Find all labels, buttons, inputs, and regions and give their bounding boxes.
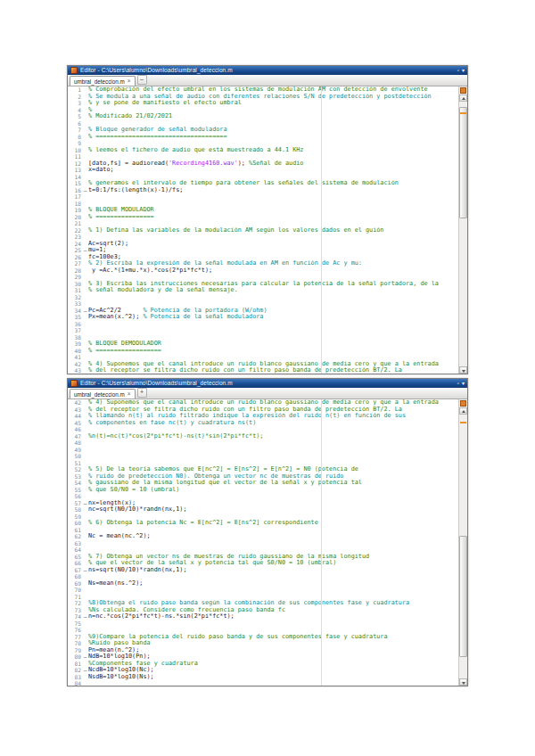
- title-bar[interactable]: Editor - C:\Users\alumno\Downloads\umbra…: [68, 66, 467, 75]
- code-line[interactable]: 65% 7) Obtenga un vector ns de muestras …: [68, 554, 458, 561]
- breakpoint-alley[interactable]: [82, 540, 88, 547]
- code-line[interactable]: 82–NcdB=10*log10(Nc);: [68, 667, 458, 674]
- code-line[interactable]: 50: [68, 453, 458, 460]
- breakpoint-alley[interactable]: [82, 674, 88, 681]
- code-line[interactable]: 14: [68, 174, 458, 181]
- code-line[interactable]: 5% Modificado 21/02/2021: [68, 113, 458, 120]
- breakpoint-alley[interactable]: [82, 594, 88, 601]
- code-line[interactable]: 35Px=mean(x.^2); % Potencia de la señal …: [68, 314, 458, 321]
- breakpoint-alley[interactable]: [82, 287, 88, 294]
- breakpoint-alley[interactable]: [82, 620, 88, 628]
- code-line[interactable]: 4%: [68, 107, 458, 114]
- code-line[interactable]: 12[dato,fs] = audioread('Recording4160.w…: [68, 160, 458, 168]
- scroll-up-arrow-icon[interactable]: [459, 407, 467, 415]
- breakpoint-alley[interactable]: [82, 580, 88, 588]
- breakpoint-alley[interactable]: [82, 214, 88, 221]
- breakpoint-alley[interactable]: [82, 180, 88, 187]
- warning-marker[interactable]: [460, 112, 466, 114]
- scrollbar-thumb[interactable]: [459, 107, 467, 218]
- code-line[interactable]: 1% Comprobación del efecto umbral en los…: [68, 86, 458, 94]
- breakpoint-alley[interactable]: [82, 460, 88, 467]
- code-line[interactable]: 38: [68, 334, 458, 341]
- dock-icon[interactable]: ▫: [457, 66, 459, 75]
- breakpoint-alley[interactable]: [82, 546, 88, 554]
- code-line[interactable]: 80–NdB=10*log10(Pn);: [68, 653, 458, 661]
- breakpoint-alley[interactable]: [82, 174, 88, 181]
- breakpoint-alley[interactable]: [82, 254, 88, 261]
- code-line[interactable]: 45% componentes en fase nc(t) y cuadratu…: [68, 420, 458, 427]
- breakpoint-alley[interactable]: –: [82, 653, 88, 661]
- code-line[interactable]: 79Pn=mean(n.^2);: [68, 647, 458, 654]
- code-line[interactable]: 52% 5) De la teoría sabemos que E[nc^2] …: [68, 466, 458, 473]
- code-line[interactable]: 46: [68, 426, 458, 433]
- code-editor[interactable]: 42% 4) Suponemos que el canal introduce …: [68, 399, 467, 686]
- breakpoint-alley[interactable]: [82, 341, 88, 348]
- breakpoint-alley[interactable]: [82, 86, 88, 94]
- breakpoint-alley[interactable]: [82, 281, 88, 288]
- breakpoint-alley[interactable]: [82, 107, 88, 114]
- title-bar[interactable]: Editor - C:\Users\alumno\Downloads\umbra…: [68, 379, 467, 388]
- code-line[interactable]: 30% 3) Escriba las instrucciones necesar…: [68, 281, 458, 288]
- code-line[interactable]: 77%9)Compare la potencia del ruido paso …: [68, 634, 458, 641]
- breakpoint-alley[interactable]: [82, 134, 88, 141]
- breakpoint-alley[interactable]: [82, 453, 88, 460]
- breakpoint-alley[interactable]: [82, 433, 88, 440]
- scroll-up-arrow-icon[interactable]: [459, 94, 467, 102]
- code-line[interactable]: 7% Bloque generador de señal moduladora: [68, 127, 458, 134]
- breakpoint-alley[interactable]: [82, 647, 88, 654]
- breakpoint-alley[interactable]: [82, 294, 88, 301]
- code-line[interactable]: 29: [68, 274, 458, 281]
- code-line[interactable]: 59: [68, 514, 458, 521]
- code-line[interactable]: 25–mu=1;: [68, 247, 458, 254]
- breakpoint-alley[interactable]: [82, 514, 88, 521]
- message-indicator-icon[interactable]: [460, 400, 466, 407]
- breakpoint-alley[interactable]: [82, 680, 88, 686]
- breakpoint-alley[interactable]: [82, 367, 88, 374]
- menu-chevron-icon[interactable]: ▾: [462, 379, 465, 388]
- breakpoint-alley[interactable]: [82, 640, 88, 647]
- code-line[interactable]: 2% Se modula a una señal de audio con di…: [68, 94, 458, 101]
- code-line[interactable]: 49: [68, 447, 458, 454]
- code-area[interactable]: 42% 4) Suponemos que el canal introduce …: [68, 399, 458, 686]
- breakpoint-alley[interactable]: [82, 94, 88, 101]
- new-tab-button[interactable]: +: [137, 388, 147, 398]
- code-line[interactable]: 78%Ruido paso banda: [68, 640, 458, 647]
- code-area[interactable]: 1% Comprobación del efecto umbral en los…: [68, 86, 458, 374]
- breakpoint-alley[interactable]: [82, 634, 88, 641]
- tab-close-icon[interactable]: ×: [128, 77, 131, 86]
- code-line[interactable]: 58nc=sqrt(N0/10)*randn(nx,1);: [68, 506, 458, 514]
- breakpoint-alley[interactable]: [82, 100, 88, 107]
- breakpoint-alley[interactable]: [82, 399, 88, 407]
- breakpoint-alley[interactable]: [82, 207, 88, 214]
- breakpoint-alley[interactable]: [82, 260, 88, 267]
- breakpoint-alley[interactable]: [82, 480, 88, 487]
- code-line[interactable]: 75: [68, 620, 458, 628]
- code-line[interactable]: 64: [68, 546, 458, 554]
- code-line[interactable]: 17: [68, 193, 458, 201]
- breakpoint-alley[interactable]: [82, 407, 88, 414]
- code-line[interactable]: 81%Componentes fase y cuadratura: [68, 661, 458, 668]
- message-indicator-icon[interactable]: [460, 87, 466, 94]
- code-line[interactable]: 16–t=0:1/fs:(length(x)-1)/fs;: [68, 187, 458, 194]
- breakpoint-alley[interactable]: [82, 274, 88, 281]
- breakpoint-alley[interactable]: [82, 493, 88, 500]
- code-line[interactable]: 24Ac=sqrt(2);: [68, 241, 458, 248]
- breakpoint-alley[interactable]: [82, 113, 88, 120]
- scrollbar-track[interactable]: [459, 415, 467, 678]
- scrollbar-thumb[interactable]: [459, 536, 467, 657]
- scroll-down-arrow-icon[interactable]: [459, 678, 467, 686]
- tab-overflow-button[interactable]: –: [137, 75, 147, 85]
- code-line[interactable]: 9: [68, 140, 458, 147]
- code-line[interactable]: 60% 6) Obtenga la potencia Nc = E[nc^2] …: [68, 520, 458, 527]
- code-line[interactable]: 3% y se pone de manifiesto el efecto umb…: [68, 100, 458, 107]
- breakpoint-alley[interactable]: [82, 520, 88, 527]
- code-line[interactable]: 63: [68, 540, 458, 547]
- code-line[interactable]: 73%Ns calculada. Considere como frecuenc…: [68, 607, 458, 614]
- breakpoint-alley[interactable]: –: [82, 613, 88, 620]
- breakpoint-alley[interactable]: [82, 361, 88, 368]
- warning-marker[interactable]: [460, 422, 466, 423]
- breakpoint-alley[interactable]: [82, 627, 88, 634]
- code-line[interactable]: 26fc=100e3;: [68, 254, 458, 261]
- code-line[interactable]: 76: [68, 627, 458, 634]
- breakpoint-alley[interactable]: [82, 554, 88, 561]
